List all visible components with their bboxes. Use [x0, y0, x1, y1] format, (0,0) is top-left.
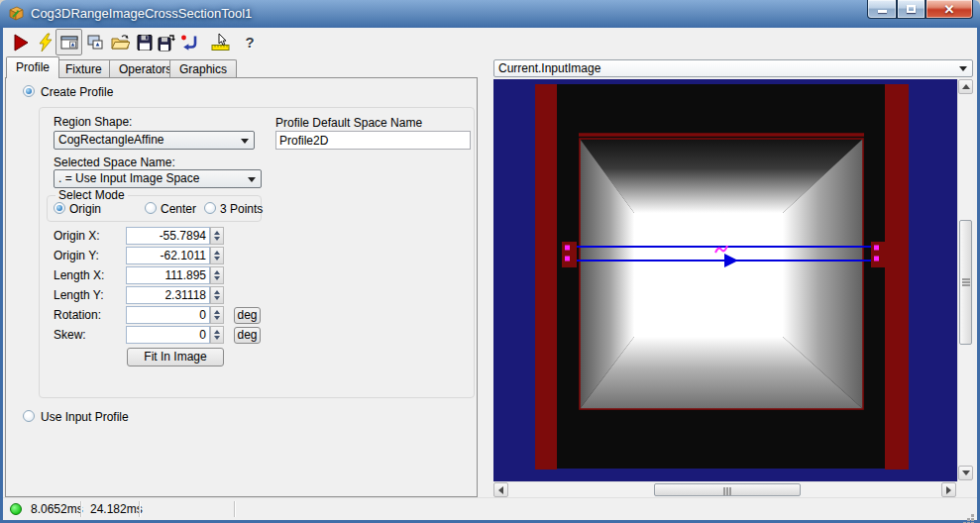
- chevron-down-icon: [241, 139, 249, 144]
- electric-run-icon: [36, 33, 55, 52]
- window: Cog3DRangeImageCrossSectionTool1 ✕: [0, 0, 980, 523]
- region-shape-label: Region Shape:: [54, 116, 132, 129]
- image-display: [493, 79, 973, 497]
- save-as-button[interactable]: [155, 29, 178, 55]
- pointer-tool-button[interactable]: [209, 29, 233, 55]
- pointer-ruler-icon: [211, 33, 231, 52]
- run-icon: [11, 33, 31, 52]
- scroll-right-button[interactable]: [941, 482, 956, 497]
- triangle-down-icon: [962, 471, 970, 475]
- rotation-input[interactable]: [126, 306, 210, 324]
- total-time: 24.182ms: [90, 503, 143, 516]
- rotation-field: [126, 306, 224, 324]
- help-icon: ?: [245, 34, 254, 51]
- selected-space-combo[interactable]: . = Use Input Image Space: [54, 169, 262, 188]
- tab-fixture[interactable]: Fixture: [55, 59, 112, 78]
- vertical-scroll-thumb[interactable]: [959, 220, 972, 345]
- float-display-icon: [85, 33, 105, 52]
- horizontal-scroll-thumb[interactable]: [654, 483, 801, 496]
- float-display-button[interactable]: [83, 29, 107, 55]
- minimize-button[interactable]: [867, 0, 897, 19]
- save-button[interactable]: [133, 29, 157, 55]
- resize-grip[interactable]: [971, 514, 974, 517]
- spinner-buttons[interactable]: [210, 326, 224, 344]
- origin-y-input[interactable]: [126, 247, 210, 264]
- tab-profile[interactable]: Profile: [6, 56, 59, 78]
- maximize-icon: [907, 5, 916, 13]
- length-x-input[interactable]: [126, 266, 210, 284]
- app-icon: [8, 5, 25, 22]
- create-profile-group: [39, 107, 475, 398]
- scroll-up-button[interactable]: [958, 79, 973, 94]
- select-mode-center-radio[interactable]: [145, 202, 157, 214]
- chevron-down-icon: [959, 66, 967, 71]
- open-file-icon: [110, 33, 130, 52]
- status-indicator-green: [10, 503, 22, 515]
- horizontal-scrollbar[interactable]: [493, 481, 957, 497]
- chevron-down-icon: [248, 177, 256, 182]
- status-bar: 8.0652ms 24.182ms: [3, 497, 977, 520]
- tool-display-icon: [59, 33, 79, 52]
- run-time: 8.0652ms: [31, 503, 83, 516]
- open-button[interactable]: [108, 29, 132, 55]
- close-icon: ✕: [944, 3, 955, 16]
- origin-x-input[interactable]: [126, 227, 210, 245]
- select-mode-label: Select Mode: [55, 189, 128, 202]
- client-area: ? Profile Fixture Operators Graphics Cre…: [3, 28, 977, 520]
- skew-field: [126, 326, 224, 344]
- rotation-deg-button[interactable]: deg: [234, 307, 261, 324]
- display-source-combo[interactable]: Current.InputImage: [493, 59, 973, 77]
- length-y-field: [126, 286, 224, 304]
- electric-run-button[interactable]: [34, 29, 57, 55]
- triangle-up-icon: [962, 84, 970, 89]
- spinner-buttons[interactable]: [210, 286, 224, 304]
- use-input-profile-radio[interactable]: [23, 410, 35, 422]
- scroll-left-button[interactable]: [493, 482, 508, 497]
- skew-deg-button[interactable]: deg: [234, 327, 261, 344]
- save-icon: [135, 33, 155, 52]
- help-button[interactable]: ?: [238, 29, 262, 55]
- save-as-icon: [157, 33, 176, 52]
- origin-x-field: [126, 227, 224, 245]
- length-y-input[interactable]: [126, 286, 210, 304]
- close-button[interactable]: ✕: [926, 0, 973, 19]
- title-bar: Cog3DRangeImageCrossSectionTool1 ✕: [0, 0, 980, 28]
- profile-space-input[interactable]: [275, 131, 471, 150]
- skew-input[interactable]: [126, 326, 210, 344]
- range-image-scene: [493, 79, 957, 481]
- selected-space-label: Selected Space Name:: [54, 157, 175, 169]
- window-title: Cog3DRangeImageCrossSectionTool1: [31, 0, 252, 28]
- tab-graphics[interactable]: Graphics: [169, 59, 237, 78]
- run-button[interactable]: [9, 29, 33, 55]
- range-image-viewport[interactable]: [493, 79, 957, 481]
- origin-y-field: [126, 247, 224, 264]
- triangle-right-icon: [946, 486, 951, 494]
- triangle-left-icon: [498, 486, 503, 494]
- select-mode-3points-radio[interactable]: [204, 202, 216, 214]
- region-shape-combo[interactable]: CogRectangleAffine: [54, 131, 255, 150]
- maximize-button[interactable]: [897, 0, 926, 19]
- fit-in-image-button[interactable]: Fit In Image: [127, 348, 224, 366]
- spinner-buttons[interactable]: [210, 306, 224, 324]
- length-x-field: [126, 266, 224, 284]
- vertical-scrollbar[interactable]: [957, 79, 973, 481]
- minimize-icon: [878, 10, 887, 13]
- reset-icon: [179, 33, 199, 52]
- spinner-buttons[interactable]: [210, 247, 224, 264]
- select-mode-origin-radio[interactable]: [54, 202, 65, 214]
- profile-tab-page: Create Profile Region Shape: CogRectangl…: [5, 77, 478, 497]
- create-profile-radio[interactable]: [23, 85, 35, 97]
- create-profile-label: Create Profile: [41, 86, 113, 98]
- spinner-buttons[interactable]: [210, 227, 224, 245]
- tool-display-button[interactable]: [55, 29, 82, 55]
- profile-space-label: Profile Default Space Name: [275, 117, 422, 130]
- spinner-buttons[interactable]: [210, 266, 224, 284]
- use-input-profile-label: Use Input Profile: [41, 411, 129, 423]
- reset-button[interactable]: [177, 29, 201, 55]
- scroll-down-button[interactable]: [958, 466, 973, 480]
- toolbar: ?: [3, 28, 977, 57]
